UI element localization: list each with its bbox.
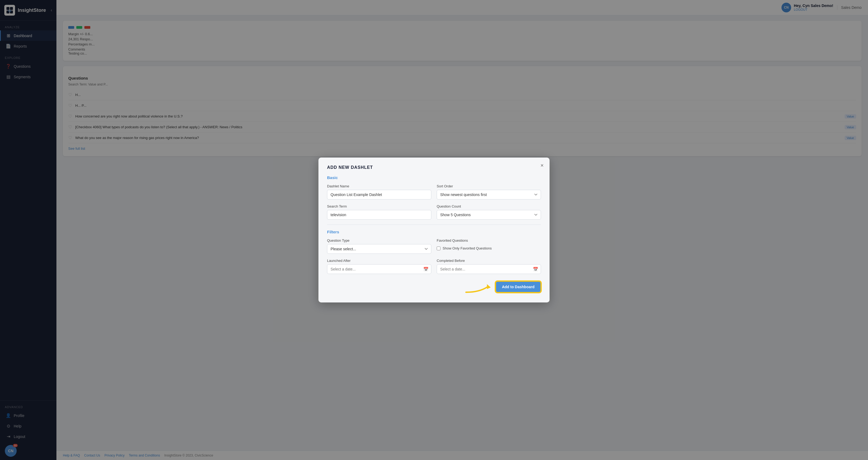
modal-row-name-sort: Dashlet Name Sort Order Show newest ques… (327, 184, 541, 200)
filters-divider (327, 224, 541, 225)
question-count-label: Question Count (437, 204, 541, 208)
search-term-modal-label: Search Term (327, 204, 431, 208)
show-only-favorited-row: Show Only Favorited Questions (437, 246, 541, 250)
dashlet-name-label: Dashlet Name (327, 184, 431, 188)
modal-row-dates: Launched After 📅 Completed Before 📅 (327, 258, 541, 274)
arrow-annotation: Add to Dashboard (463, 279, 541, 295)
sort-order-select[interactable]: Show newest questions first Show oldest … (437, 190, 541, 200)
completed-before-wrap: 📅 (437, 264, 541, 274)
favorited-questions-field: Favorited Questions Show Only Favorited … (437, 239, 541, 254)
question-count-select[interactable]: Show 5 Questions Show 10 Questions Show … (437, 210, 541, 220)
modal-filters-section: Filters (327, 229, 541, 234)
question-type-select[interactable]: Please select... (327, 244, 431, 254)
search-term-field: Search Term (327, 204, 431, 220)
modal-basic-section: Basic (327, 175, 541, 180)
launched-after-input[interactable] (327, 264, 431, 274)
question-count-field: Question Count Show 5 Questions Show 10 … (437, 204, 541, 220)
svg-marker-5 (487, 284, 491, 289)
modal-overlay[interactable]: ADD NEW DASHLET × Basic Dashlet Name Sor… (0, 0, 868, 460)
question-type-label: Question Type (327, 239, 431, 243)
completed-before-field: Completed Before 📅 (437, 258, 541, 274)
favorited-questions-label: Favorited Questions (437, 239, 541, 243)
modal-title: ADD NEW DASHLET (327, 165, 541, 170)
sort-order-field: Sort Order Show newest questions first S… (437, 184, 541, 200)
completed-before-input[interactable] (437, 264, 541, 274)
modal-row-search-count: Search Term Question Count Show 5 Questi… (327, 204, 541, 220)
add-dashlet-modal: ADD NEW DASHLET × Basic Dashlet Name Sor… (318, 157, 550, 303)
show-only-favorited-label: Show Only Favorited Questions (443, 246, 492, 250)
completed-before-label: Completed Before (437, 258, 541, 263)
dashlet-name-input[interactable] (327, 190, 431, 200)
sort-order-label: Sort Order (437, 184, 541, 188)
launched-after-label: Launched After (327, 258, 431, 263)
show-only-favorited-checkbox[interactable] (437, 247, 440, 250)
question-type-field: Question Type Please select... (327, 239, 431, 254)
search-term-modal-input[interactable] (327, 210, 431, 220)
arrow-svg (463, 279, 496, 295)
modal-row-filters-top: Question Type Please select... Favorited… (327, 239, 541, 254)
launched-after-wrap: 📅 (327, 264, 431, 274)
add-to-dashboard-button[interactable]: Add to Dashboard (496, 281, 541, 293)
launched-after-field: Launched After 📅 (327, 258, 431, 274)
modal-footer-row: Add to Dashboard (327, 279, 541, 295)
modal-close-button[interactable]: × (540, 162, 544, 168)
dashlet-name-field: Dashlet Name (327, 184, 431, 200)
